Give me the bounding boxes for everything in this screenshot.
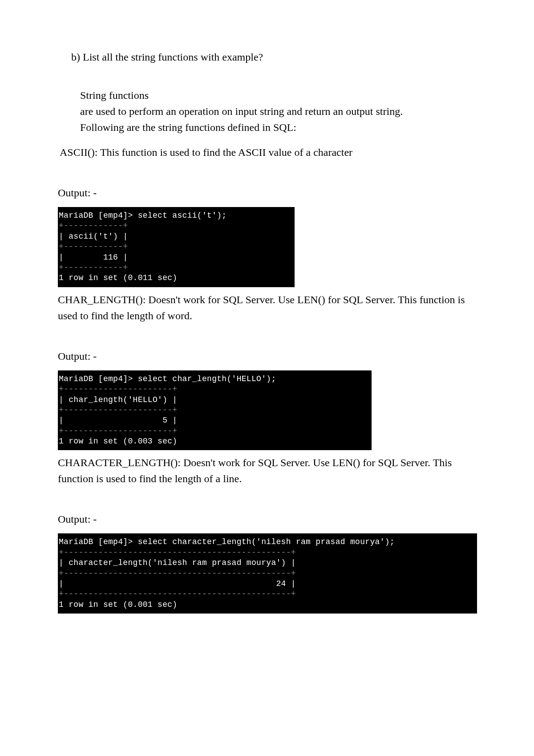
term-sep: +----------------------+ [59, 385, 177, 394]
term-line: | 5 | [59, 416, 177, 425]
intro-heading: String functions [80, 87, 476, 103]
term-sep: +---------------------------------------… [59, 589, 296, 598]
terminal-charlength: MariaDB [emp4]> select char_length('HELL… [58, 370, 372, 451]
term-sep: +----------------------+ [59, 406, 177, 415]
term-sep: +---------------------------------------… [59, 548, 296, 557]
term-line: | character_length('nilesh ram prasad mo… [59, 558, 296, 567]
term-line: | 116 | [59, 253, 128, 262]
intro-line1: are used to perform an operation on inpu… [80, 103, 476, 119]
term-sep: +------------+ [59, 263, 128, 272]
term-line: | char_length('HELLO') | [59, 395, 177, 404]
term-line: MariaDB [emp4]> select character_length(… [59, 537, 395, 546]
output-label-1: Output: - [58, 185, 476, 201]
ascii-desc: ASCII(): This function is used to find t… [60, 144, 476, 160]
term-line: MariaDB [emp4]> select ascii('t'); [59, 211, 227, 220]
terminal-characterlength: MariaDB [emp4]> select character_length(… [58, 533, 477, 614]
intro-line2: Following are the string functions defin… [80, 119, 476, 135]
term-sep: +------------+ [59, 242, 128, 251]
term-sep: +----------------------+ [59, 427, 177, 435]
characterlength-desc: CHARACTER_LENGTH(): Doesn't work for SQL… [58, 455, 476, 487]
term-sep: +---------------------------------------… [59, 569, 296, 578]
charlength-desc: CHAR_LENGTH(): Doesn't work for SQL Serv… [58, 292, 476, 324]
output-label-2: Output: - [58, 348, 476, 364]
term-line: | ascii('t') | [59, 232, 128, 241]
intro-block: String functions are used to perform an … [80, 87, 476, 135]
term-sep: +------------+ [59, 221, 128, 230]
term-line: | 24 | [59, 579, 296, 588]
output-label-3: Output: - [58, 511, 476, 527]
question-title: b) List all the string functions with ex… [71, 49, 476, 65]
term-line: 1 row in set (0.003 sec) [59, 437, 177, 446]
term-line: MariaDB [emp4]> select char_length('HELL… [59, 374, 276, 383]
term-line: 1 row in set (0.001 sec) [59, 600, 177, 609]
terminal-ascii: MariaDB [emp4]> select ascii('t'); +----… [58, 207, 295, 287]
term-line: 1 row in set (0.011 sec) [59, 273, 177, 282]
